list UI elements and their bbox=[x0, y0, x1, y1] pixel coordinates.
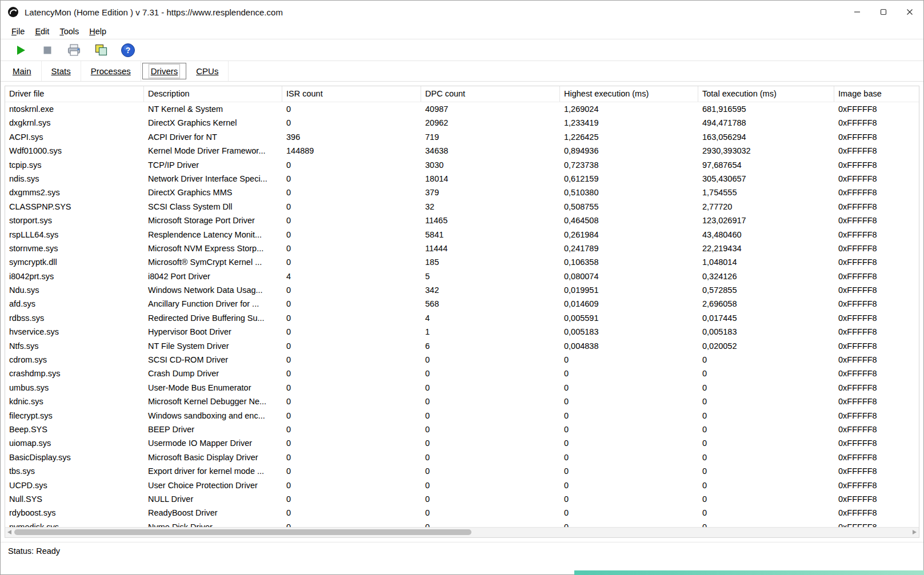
table-row[interactable]: hvservice.sysHypervisor Boot Driver010,0… bbox=[5, 325, 919, 339]
table-cell: Ancillary Function Driver for ... bbox=[144, 297, 282, 311]
help-button[interactable]: ? bbox=[119, 42, 137, 59]
table-cell: 0 bbox=[560, 436, 698, 450]
table-cell: 0,004838 bbox=[560, 339, 698, 353]
column-header-description[interactable]: Description bbox=[144, 86, 282, 102]
table-cell: 0 bbox=[698, 395, 834, 408]
table-cell: 0xFFFFF8 bbox=[834, 214, 919, 227]
table-cell: storport.sys bbox=[5, 214, 144, 227]
table-cell: 0 bbox=[282, 200, 421, 214]
table-row[interactable]: filecrypt.sysWindows sandboxing and enc.… bbox=[5, 409, 919, 423]
help-icon: ? bbox=[121, 43, 135, 58]
table-cell: 0,005591 bbox=[560, 311, 698, 325]
table-row[interactable]: UCPD.sysUser Choice Protection Driver000… bbox=[5, 479, 919, 492]
column-header-driver-file[interactable]: Driver file bbox=[5, 86, 144, 102]
table-row[interactable]: kdnic.sysMicrosoft Kernel Debugger Ne...… bbox=[5, 395, 919, 408]
table-row[interactable]: tcpip.sysTCP/IP Driver030300,72373897,68… bbox=[5, 158, 919, 172]
table-cell: 5841 bbox=[421, 228, 560, 242]
table-row[interactable]: Beep.SYSBEEP Driver00000xFFFFF8 bbox=[5, 423, 919, 436]
tab-stats[interactable]: Stats bbox=[42, 61, 81, 81]
horizontal-scrollbar-thumb[interactable] bbox=[14, 529, 471, 535]
start-monitor-button[interactable] bbox=[12, 42, 29, 59]
table-row[interactable]: ntoskrnl.exeNT Kernel & System0409871,26… bbox=[5, 102, 919, 116]
table-cell: 32 bbox=[421, 200, 560, 214]
table-row[interactable]: dxgkrnl.sysDirectX Graphics Kernel020962… bbox=[5, 116, 919, 130]
column-header-isr-count[interactable]: ISR count bbox=[282, 86, 421, 102]
table-cell: BEEP Driver bbox=[144, 423, 282, 436]
table-cell: 11465 bbox=[421, 214, 560, 227]
tab-main[interactable]: Main bbox=[3, 61, 42, 81]
table-cell: 0 bbox=[421, 464, 560, 478]
minimize-button[interactable] bbox=[844, 1, 870, 23]
table-row[interactable]: tbs.sysExport driver for kernel mode ...… bbox=[5, 464, 919, 478]
table-cell: 0 bbox=[282, 409, 421, 423]
table-cell: 0xFFFFF8 bbox=[834, 186, 919, 199]
table-cell: 0xFFFFF8 bbox=[834, 200, 919, 214]
column-header-highest-execution[interactable]: Highest execution (ms) bbox=[560, 86, 698, 102]
column-header-image-base[interactable]: Image base bbox=[834, 86, 919, 102]
menu-file[interactable]: File bbox=[6, 27, 30, 36]
table-cell: rdbss.sys bbox=[5, 311, 144, 325]
table-row[interactable]: Ndu.sysWindows Network Data Usag...03420… bbox=[5, 283, 919, 297]
table-row[interactable]: ACPI.sysACPI Driver for NT3967191,226425… bbox=[5, 130, 919, 144]
table-row[interactable]: stornvme.sysMicrosoft NVM Express Storp.… bbox=[5, 242, 919, 255]
table-row[interactable]: cdrom.sysSCSI CD-ROM Driver00000xFFFFF8 bbox=[5, 353, 919, 367]
tab-cpus[interactable]: CPUs bbox=[186, 61, 229, 81]
table-row[interactable]: BasicDisplay.sysMicrosoft Basic Display … bbox=[5, 451, 919, 464]
table-row[interactable]: dxgmms2.sysDirectX Graphics MMS03790,510… bbox=[5, 186, 919, 199]
table-row[interactable]: ndis.sysNetwork Driver Interface Speci..… bbox=[5, 172, 919, 186]
table-row[interactable]: i8042prt.sysi8042 Port Driver450,0800740… bbox=[5, 270, 919, 283]
table-cell: 0 bbox=[282, 311, 421, 325]
table-cell: Ndu.sys bbox=[5, 283, 144, 297]
close-button[interactable] bbox=[897, 1, 923, 23]
table-cell: 0 bbox=[560, 367, 698, 380]
table-cell: symcryptk.dll bbox=[5, 255, 144, 269]
column-header-dpc-count[interactable]: DPC count bbox=[421, 86, 560, 102]
table-row[interactable]: Wdf01000.sysKernel Mode Driver Framewor.… bbox=[5, 144, 919, 158]
stop-monitor-button[interactable] bbox=[39, 42, 56, 59]
table-cell: 0xFFFFF8 bbox=[834, 409, 919, 423]
play-icon bbox=[14, 44, 27, 57]
tab-drivers[interactable]: Drivers bbox=[142, 63, 187, 79]
menu-edit[interactable]: Edit bbox=[30, 27, 54, 36]
maximize-button[interactable] bbox=[870, 1, 897, 23]
table-row[interactable]: nvmedisk.sysNvme Disk Driver00000xFFFFF8 bbox=[5, 520, 919, 527]
table-row[interactable]: CLASSPNP.SYSSCSI Class System Dll0320,50… bbox=[5, 200, 919, 214]
table-row[interactable]: afd.sysAncillary Function Driver for ...… bbox=[5, 297, 919, 311]
column-header-total-execution[interactable]: Total execution (ms) bbox=[698, 86, 834, 102]
table-cell: 0xFFFFF8 bbox=[834, 479, 919, 492]
table-row[interactable]: crashdmp.sysCrash Dump Driver00000xFFFFF… bbox=[5, 367, 919, 380]
table-cell: i8042 Port Driver bbox=[144, 270, 282, 283]
table-row[interactable]: symcryptk.dllMicrosoft® SymCrypt Kernel … bbox=[5, 255, 919, 269]
table-cell: 342 bbox=[421, 283, 560, 297]
table-cell: rdyboost.sys bbox=[5, 506, 144, 520]
copy-button[interactable] bbox=[93, 42, 110, 59]
tab-processes[interactable]: Processes bbox=[81, 61, 141, 81]
table-row[interactable]: rspLLL64.sysResplendence Latency Monit..… bbox=[5, 228, 919, 242]
table-row[interactable]: uiomap.sysUsermode IO Mapper Driver00000… bbox=[5, 436, 919, 450]
menu-tools[interactable]: Tools bbox=[54, 27, 84, 36]
table-cell: 0xFFFFF8 bbox=[834, 144, 919, 158]
title-bar: LatencyMon (Home Edition ) v 7.31 - http… bbox=[1, 1, 923, 23]
menu-help[interactable]: Help bbox=[84, 27, 111, 36]
table-cell: 0 bbox=[282, 242, 421, 255]
scroll-right-arrow-icon[interactable] bbox=[913, 530, 917, 534]
table-cell: 0,894936 bbox=[560, 144, 698, 158]
close-icon bbox=[906, 9, 913, 15]
table-cell: 0 bbox=[282, 214, 421, 227]
table-cell: 305,430657 bbox=[698, 172, 834, 186]
table-row[interactable]: Null.SYSNULL Driver00000xFFFFF8 bbox=[5, 492, 919, 506]
report-button[interactable] bbox=[66, 42, 83, 59]
table-cell: 1 bbox=[421, 325, 560, 339]
latencymon-window: LatencyMon (Home Edition ) v 7.31 - http… bbox=[0, 0, 924, 575]
table-cell: Usermode IO Mapper Driver bbox=[144, 436, 282, 450]
table-cell: 0xFFFFF8 bbox=[834, 451, 919, 464]
table-cell: 0 bbox=[282, 325, 421, 339]
table-row[interactable]: storport.sysMicrosoft Storage Port Drive… bbox=[5, 214, 919, 227]
scroll-left-arrow-icon[interactable] bbox=[7, 530, 11, 534]
table-row[interactable]: Ntfs.sysNT File System Driver060,0048380… bbox=[5, 339, 919, 353]
table-row[interactable]: rdbss.sysRedirected Drive Buffering Su..… bbox=[5, 311, 919, 325]
horizontal-scrollbar[interactable] bbox=[5, 527, 919, 537]
table-row[interactable]: umbus.sysUser-Mode Bus Enumerator00000xF… bbox=[5, 381, 919, 395]
table-cell: 0 bbox=[698, 381, 834, 395]
table-row[interactable]: rdyboost.sysReadyBoost Driver00000xFFFFF… bbox=[5, 506, 919, 520]
